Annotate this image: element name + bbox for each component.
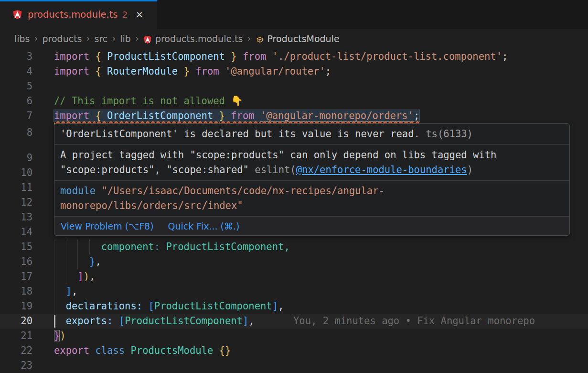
- code-token: module: [60, 185, 101, 197]
- class-symbol-icon: [256, 35, 264, 44]
- code-token: ): [467, 164, 473, 176]
- code-line-20: 20 exports: [ProductListComponent],You, …: [0, 314, 588, 329]
- code-token: ]: [243, 315, 248, 327]
- code-line-6: 6// This import is not allowed 👇: [0, 94, 588, 109]
- breadcrumb-label: src: [95, 33, 108, 44]
- code-token: declarations: [66, 300, 137, 312]
- code-token: import: [54, 51, 95, 62]
- code-token: [54, 300, 66, 312]
- code-line-text: ],: [54, 284, 77, 299]
- breadcrumb: libs›products›src›lib›products.module.ts…: [0, 29, 588, 48]
- code-line-3: 3import { ProductListComponent } from '.…: [0, 49, 588, 64]
- hover-messages: 'OrderListComponent' is declared but its…: [54, 124, 569, 217]
- code-token: exports: [66, 315, 107, 327]
- line-number: 19: [0, 299, 32, 314]
- code-token: ;: [502, 51, 508, 62]
- breadcrumb-item-libs[interactable]: libs: [14, 33, 30, 44]
- code-token: import: [54, 66, 95, 77]
- code-token: ]: [77, 271, 83, 282]
- tab-bar: products.module.ts 2 ✕: [0, 0, 588, 29]
- code-token: ;: [325, 66, 331, 77]
- code-line-text: exports: [ProductListComponent],: [54, 314, 255, 329]
- view-problem-link[interactable]: View Problem (⌥F8): [61, 221, 154, 231]
- code-token: ProductsModule: [130, 345, 219, 356]
- code-token: :: [107, 315, 119, 327]
- line-number: 22: [0, 343, 32, 358]
- code-token: // This import is not allowed 👇: [54, 95, 243, 107]
- code-token: [: [148, 300, 154, 312]
- code-token: '@angular/router': [225, 66, 325, 77]
- tab-products-module[interactable]: products.module.ts 2 ✕: [0, 0, 157, 29]
- code-line-text: // This import is not allowed 👇: [54, 94, 243, 109]
- active-tab-accent: [0, 0, 157, 1]
- hover-message-3: module "/Users/isaac/Documents/code/nx-r…: [54, 181, 569, 217]
- git-blame-annotation: You, 2 minutes ago • Fix Angular monorep…: [293, 314, 535, 329]
- code-token: [160, 241, 166, 252]
- chevron-right-icon: ›: [135, 33, 139, 44]
- hover-message-2: A project tagged with "scope:products" c…: [54, 145, 569, 181]
- line-number: 16: [0, 254, 32, 269]
- code-token: :: [154, 241, 160, 252]
- code-token: }: [54, 330, 60, 341]
- code-token: {}: [219, 345, 231, 356]
- code-line-15: 15 component: ProductListComponent,: [0, 240, 588, 254]
- code-token: ,: [72, 285, 77, 297]
- code-token: {: [95, 51, 107, 62]
- code-token: "scope:products", "scope:shared": [60, 164, 255, 176]
- quick-fix-link[interactable]: Quick Fix... (⌘.): [168, 221, 240, 231]
- chevron-right-icon: ›: [112, 33, 116, 44]
- code-token: {: [95, 66, 107, 77]
- breadcrumb-item-products-module-ts[interactable]: products.module.ts: [143, 33, 243, 44]
- line-number: 4: [0, 64, 32, 79]
- code-line-22: 22export class ProductsModule {}: [0, 343, 588, 358]
- code-token: ,: [284, 241, 289, 252]
- error-squiggle-inner: import { OrderListComponent } from '@ang…: [54, 110, 419, 122]
- code-token: eslint(: [255, 164, 296, 176]
- breadcrumb-item-src[interactable]: src: [95, 33, 108, 44]
- code-line-text: component: ProductListComponent,: [54, 240, 290, 254]
- error-hover-popup: 'OrderListComponent' is declared but its…: [54, 123, 570, 236]
- code-token: ProductListComponent: [154, 300, 272, 312]
- breadcrumb-item-productsmodule[interactable]: ProductsModule: [256, 33, 340, 44]
- line-number: 21: [0, 329, 32, 343]
- code-token: ): [60, 330, 65, 341]
- code-token: class: [95, 345, 130, 356]
- code-token: from: [243, 51, 272, 62]
- code-editor[interactable]: 3import { ProductListComponent } from '.…: [0, 48, 588, 373]
- code-token: ,: [278, 300, 284, 312]
- code-line-23: 23: [0, 358, 588, 373]
- code-line-text: import { ProductListComponent } from './…: [54, 49, 508, 64]
- chevron-right-icon: ›: [86, 33, 90, 44]
- text-cursor: [54, 315, 55, 328]
- code-token: {: [95, 110, 107, 121]
- code-token: ;: [414, 110, 419, 121]
- rule-link[interactable]: @nx/enforce-module-boundaries: [296, 164, 467, 176]
- breadcrumb-label: libs: [14, 33, 30, 44]
- code-line-17: 17 ]),: [0, 269, 588, 284]
- code-token: '@angular-monorepo/orders': [260, 110, 414, 122]
- code-token: [54, 285, 66, 297]
- code-token: ): [84, 271, 89, 282]
- code-line-text: export class ProductsModule {}: [54, 343, 231, 358]
- line-number: 23: [0, 358, 32, 373]
- breadcrumb-item-products[interactable]: products: [43, 33, 82, 44]
- line-number: 3: [0, 49, 32, 64]
- tab-problems-badge: 2: [122, 10, 128, 20]
- close-icon[interactable]: ✕: [136, 10, 143, 20]
- code-token: ProductListComponent: [125, 315, 243, 327]
- code-line-21: 21}): [0, 329, 588, 343]
- line-number: 15: [0, 240, 32, 254]
- code-token: [54, 271, 77, 282]
- line-number: 20: [0, 314, 32, 329]
- line-number: 13: [0, 210, 32, 225]
- code-line-text: import { OrderListComponent } from '@ang…: [54, 109, 419, 123]
- code-token: :: [137, 300, 149, 312]
- breadcrumb-item-lib[interactable]: lib: [120, 33, 131, 44]
- code-token: "/Users/isaac/Documents/code/nx-recipes/…: [101, 185, 384, 197]
- code-line-16: 16 },: [0, 254, 588, 269]
- code-token: }: [231, 51, 243, 62]
- code-token: ,: [95, 256, 101, 267]
- breadcrumb-label: products: [43, 33, 82, 44]
- code-token: ts(6133): [420, 128, 473, 140]
- error-squiggle-highlight: import { OrderListComponent } from '@ang…: [54, 110, 419, 121]
